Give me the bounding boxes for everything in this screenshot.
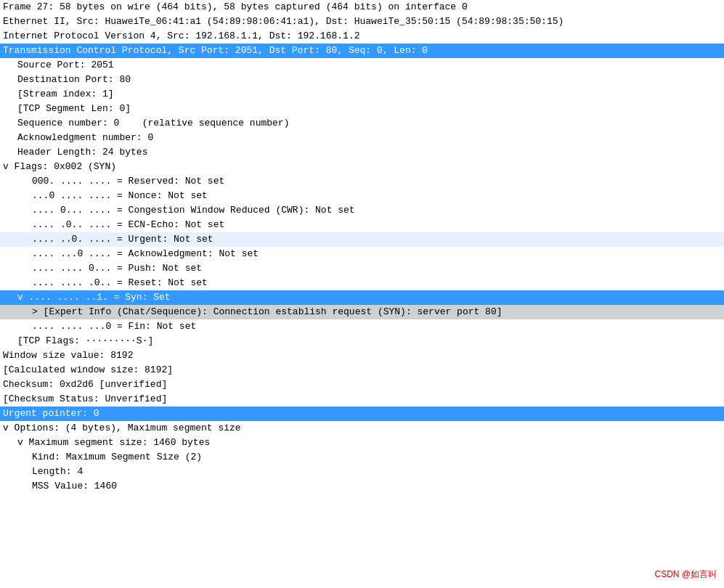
checksum-status[interactable]: [Checksum Status: Unverified] xyxy=(0,392,724,407)
header-len[interactable]: Header Length: 24 bytes xyxy=(0,145,724,160)
ip[interactable]: Internet Protocol Version 4, Src: 192.16… xyxy=(0,29,724,44)
packet-tree: Frame 27: 58 bytes on wire (464 bits), 5… xyxy=(0,0,724,494)
expert-info[interactable]: > [Expert Info (Chat/Sequence): Connecti… xyxy=(0,305,724,319)
seq-num[interactable]: Sequence number: 0 (relative sequence nu… xyxy=(0,116,724,131)
flag-reserved[interactable]: 000. .... .... = Reserved: Not set xyxy=(0,174,724,189)
options-header[interactable]: v Options: (4 bytes), Maximum segment si… xyxy=(0,421,724,436)
ethernet[interactable]: Ethernet II, Src: HuaweiTe_06:41:a1 (54:… xyxy=(0,15,724,29)
src-port[interactable]: Source Port: 2051 xyxy=(0,58,724,73)
flags-header[interactable]: v Flags: 0x002 (SYN) xyxy=(0,160,724,174)
window-size[interactable]: Window size value: 8192 xyxy=(0,348,724,363)
watermark: CSDN @如言叫 xyxy=(654,568,717,581)
mss-value[interactable]: MSS Value: 1460 xyxy=(0,479,724,494)
mss-header[interactable]: v Maximum segment size: 1460 bytes xyxy=(0,436,724,450)
flag-ack[interactable]: .... ...0 .... = Acknowledgment: Not set xyxy=(0,247,724,261)
tcp-seg-len[interactable]: [TCP Segment Len: 0] xyxy=(0,102,724,116)
checksum[interactable]: Checksum: 0xd2d6 [unverified] xyxy=(0,377,724,392)
flag-nonce[interactable]: ...0 .... .... = Nonce: Not set xyxy=(0,189,724,203)
flag-fin[interactable]: .... .... ...0 = Fin: Not set xyxy=(0,319,724,334)
tcp-flags-str[interactable]: [TCP Flags: ·········S·] xyxy=(0,334,724,348)
flag-urgent[interactable]: .... ..0. .... = Urgent: Not set xyxy=(0,232,724,247)
flag-ecn[interactable]: .... .0.. .... = ECN-Echo: Not set xyxy=(0,218,724,232)
frame-summary[interactable]: Frame 27: 58 bytes on wire (464 bits), 5… xyxy=(0,0,724,15)
flag-push[interactable]: .... .... 0... = Push: Not set xyxy=(0,261,724,276)
mss-kind[interactable]: Kind: Maximum Segment Size (2) xyxy=(0,450,724,465)
mss-length[interactable]: Length: 4 xyxy=(0,465,724,479)
ack-num[interactable]: Acknowledgment number: 0 xyxy=(0,131,724,145)
flag-cwr[interactable]: .... 0... .... = Congestion Window Reduc… xyxy=(0,203,724,218)
tcp-header[interactable]: Transmission Control Protocol, Src Port:… xyxy=(0,44,724,58)
dst-port[interactable]: Destination Port: 80 xyxy=(0,73,724,87)
flag-reset[interactable]: .... .... .0.. = Reset: Not set xyxy=(0,276,724,290)
calc-window[interactable]: [Calculated window size: 8192] xyxy=(0,363,724,377)
stream-index[interactable]: [Stream index: 1] xyxy=(0,87,724,102)
urgent-pointer[interactable]: Urgent pointer: 0 xyxy=(0,407,724,421)
flag-syn[interactable]: v .... .... ..1. = Syn: Set xyxy=(0,290,724,305)
